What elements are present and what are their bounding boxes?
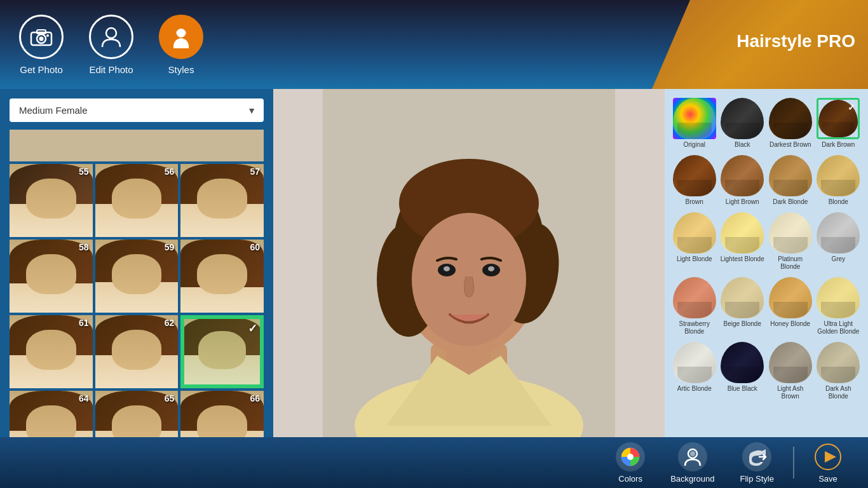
color-beige-blonde[interactable]: Beige Blonde [719,274,766,338]
partial-styles-row [10,130,264,161]
color-darkest-brown[interactable]: Darkest Brown [767,95,814,151]
style-num-60: 60 [250,242,260,252]
color-grey[interactable]: Grey [815,210,862,273]
dropdown-row: Medium Female Short Female Long Female S… [10,98,264,122]
color-swatch-ultra-light-golden-blonde [817,277,860,318]
color-blue-black[interactable]: Blue Black [719,339,766,403]
style-item-59[interactable]: 59 [95,240,179,313]
color-swatch-black [721,98,764,139]
color-label-dark-brown: Dark Brown [822,141,855,149]
color-swatch-platinum-blonde [769,212,812,254]
nav-btn-get-photo[interactable]: Get Photo [19,15,64,75]
style-item-65[interactable]: 65 [95,391,179,437]
dark-brown-checkmark: ✓ [848,102,855,112]
styles-row-3: 61 62 ✓ [10,315,264,388]
style-item-64[interactable]: 64 [10,391,93,437]
style-num-58: 58 [79,242,89,252]
color-swatch-dark-brown: ✓ [817,98,860,139]
edit-photo-label: Edit Photo [89,64,133,75]
style-item-56[interactable]: 56 [95,164,179,237]
style-item-57[interactable]: 57 [180,164,264,237]
app-title: Hairstyle PRO [736,31,855,51]
color-label-brown: Brown [686,198,703,206]
colors-label: Colors [618,474,642,484]
color-swatch-blonde [817,155,860,196]
style-num-59: 59 [165,242,175,252]
styles-row-4: 64 65 66 [10,391,264,437]
style-num-64: 64 [79,393,89,403]
color-label-light-ash-brown: Light Ash Brown [768,385,813,400]
style-num-62: 62 [165,318,175,328]
color-original[interactable]: Original [671,95,718,151]
color-strawberry-blonde[interactable]: Strawberry Blonde [671,274,718,338]
color-lightest-blonde[interactable]: Lightest Blonde [719,210,766,273]
background-button[interactable]: Background [658,442,727,484]
color-dark-ash-blonde[interactable]: Dark Ash Blonde [815,339,862,403]
color-label-light-blonde: Light Blonde [677,255,712,263]
color-brown[interactable]: Brown [671,152,718,208]
style-num-57: 57 [250,166,260,177]
flip-style-button[interactable]: Flip Style [728,442,787,484]
color-label-platinum-blonde: Platinum Blonde [768,255,813,271]
color-swatch-light-blonde [673,212,716,254]
style-item-61[interactable]: 61 [10,315,93,388]
save-label: Save [818,474,837,484]
color-honey-blonde[interactable]: Honey Blonde [767,274,814,338]
svg-point-5 [106,28,116,38]
style-num-66: 66 [250,393,260,403]
save-button[interactable]: Save [801,442,855,484]
nav-buttons: Get Photo Edit Photo Styles [19,15,203,75]
header: Get Photo Edit Photo Styles [0,0,868,89]
color-swatch-light-ash-brown [769,342,812,383]
color-light-brown[interactable]: Light Brown [719,152,766,208]
color-dark-blonde[interactable]: Dark Blonde [767,152,814,208]
toolbar-divider [793,447,794,478]
style-item-60[interactable]: 60 [180,240,264,313]
style-item-66[interactable]: 66 [180,391,264,437]
center-photo [273,89,665,437]
style-item-55[interactable]: 55 [10,164,93,237]
color-label-dark-ash-blonde: Dark Ash Blonde [817,385,861,400]
color-blonde[interactable]: Blonde [815,152,862,208]
color-swatch-original [673,98,716,139]
color-label-light-brown: Light Brown [726,198,759,206]
color-label-black: Black [735,141,750,149]
nav-btn-edit-photo[interactable]: Edit Photo [89,15,133,75]
camera-icon [19,15,64,59]
color-dark-brown[interactable]: ✓ Dark Brown [815,95,862,151]
colors-icon [616,442,645,471]
color-ultra-light-golden-blonde[interactable]: Ultra Light Golden Blonde [815,274,862,338]
colors-button[interactable]: Colors [603,442,658,484]
color-swatch-darkest-brown [769,98,812,139]
color-swatch-grey [817,212,860,254]
color-artic-blonde[interactable]: Artic Blonde [671,339,718,403]
color-platinum-blonde[interactable]: Platinum Blonde [767,210,814,273]
styles-row-2: 58 59 60 [10,240,264,313]
svg-point-22 [627,454,634,460]
color-label-dark-blonde: Dark Blonde [773,198,808,206]
color-black[interactable]: Black [719,95,766,151]
color-swatch-dark-blonde [769,155,812,196]
color-label-blue-black: Blue Black [728,385,757,393]
svg-point-19 [444,266,450,271]
color-label-beige-blonde: Beige Blonde [724,320,762,328]
color-label-grey: Grey [831,255,845,263]
style-item-58[interactable]: 58 [10,240,93,313]
color-swatch-honey-blonde [769,277,812,318]
selected-overlay-63: ✓ [182,317,262,386]
color-light-blonde[interactable]: Light Blonde [671,210,718,273]
svg-point-24 [690,451,695,456]
svg-point-20 [488,266,494,271]
color-swatch-dark-ash-blonde [817,342,860,383]
style-num-56: 56 [165,166,175,177]
style-item-62[interactable]: 62 [95,315,179,388]
color-label-darkest-brown: Darkest Brown [770,141,811,149]
style-category-dropdown[interactable]: Medium Female Short Female Long Female S… [10,98,264,122]
flip-style-label: Flip Style [740,474,774,484]
color-light-ash-brown[interactable]: Light Ash Brown [767,339,814,403]
color-label-blonde: Blonde [829,198,848,206]
style-item-63[interactable]: ✓ [180,315,264,388]
left-panel: Medium Female Short Female Long Female S… [0,89,273,437]
color-swatch-light-brown [721,155,764,196]
nav-btn-styles[interactable]: Styles [159,15,203,75]
